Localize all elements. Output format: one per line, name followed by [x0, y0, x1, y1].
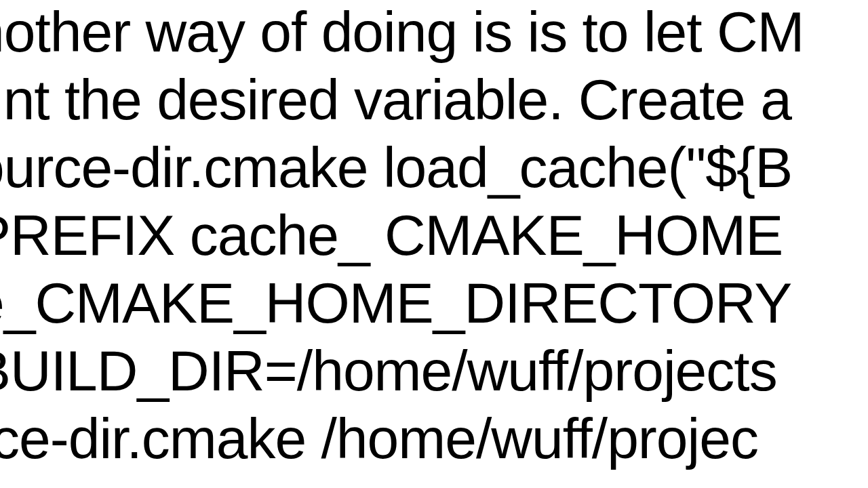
text-line-4: PREFIX cache_ CMAKE_HOME	[0, 202, 783, 270]
text-line-2: rint the desired variable. Create a	[0, 66, 791, 134]
text-block: nother way of doing is is to let CM rint…	[0, 0, 868, 488]
text-line-1: nother way of doing is is to let CM	[0, 0, 804, 66]
text-line-7: rce-dir.cmake /home/wuff/projec	[0, 405, 758, 473]
text-line-5: e_CMAKE_HOME_DIRECTORY	[0, 270, 791, 338]
text-line-3: ource-dir.cmake load_cache("${B	[0, 134, 792, 202]
text-line-6: BUILD_DIR=/home/wuff/projects	[0, 338, 777, 405]
